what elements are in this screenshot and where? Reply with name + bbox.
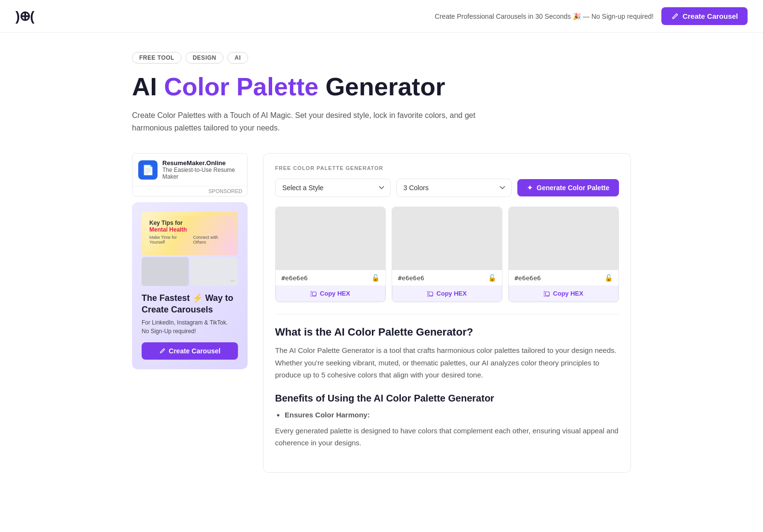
color-swatches: #e6e6e6 🔓 Copy HEX — [275, 207, 619, 302]
tag-free-tool: FREE TOOL — [132, 52, 182, 64]
promo-card: Key Tips forMental Health Make Time for … — [132, 202, 248, 369]
tool-panel: FREE COLOR PALETTE GENERATOR Select a St… — [263, 153, 631, 473]
tool-controls: Select a Style Vibrant Muted Pastel Dark… — [275, 179, 619, 197]
generate-palette-button[interactable]: ✦ Generate Color Palette — [517, 179, 619, 196]
ad-sponsored: SPONSORED — [132, 186, 247, 196]
ad-card: 📄 ResumeMaker.Online The Easiest-to-Use … — [132, 153, 248, 196]
hero-title: AI Color Palette Generator — [132, 73, 631, 101]
promo-images: Key Tips forMental Health Make Time for … — [142, 212, 238, 286]
header-tagline: Create Professional Carousels in 30 Seco… — [435, 13, 654, 20]
copy-hex-1-label: Copy HEX — [320, 290, 350, 297]
ad-text-title: ResumeMaker.Online — [162, 159, 241, 167]
copy-hex-3-label: Copy HEX — [553, 290, 583, 297]
edit-icon — [671, 13, 679, 20]
content-grid: 📄 ResumeMaker.Online The Easiest-to-Use … — [132, 153, 631, 473]
swatch-1-hex: #e6e6e6 — [281, 274, 308, 282]
hero-title-end: Generator — [318, 73, 445, 101]
header-right: Create Professional Carousels in 30 Seco… — [435, 7, 748, 25]
promo-bottom-right: ··· — [191, 257, 238, 286]
hero-subtitle: Create Color Palettes with a Touch of AI… — [132, 109, 517, 134]
benefits-list: Ensures Color Harmony: — [275, 411, 619, 419]
what-title: What is the AI Color Palette Generator? — [275, 326, 619, 338]
copy-icon-2 — [427, 290, 434, 297]
promo-edit-icon — [159, 348, 166, 354]
benefit-item-1: Ensures Color Harmony: — [285, 411, 619, 419]
tool-label: FREE COLOR PALETTE GENERATOR — [275, 165, 619, 171]
promo-title: The Fastest ⚡ Way toCreate Carousels — [142, 293, 238, 315]
swatch-1-footer: #e6e6e6 🔓 — [276, 270, 385, 285]
header: )⊕( Create Professional Carousels in 30 … — [0, 0, 763, 33]
tags-row: FREE TOOL DESIGN AI — [132, 52, 631, 64]
swatch-1-lock-icon[interactable]: 🔓 — [371, 274, 380, 282]
colors-select[interactable]: 2 Colors 3 Colors 4 Colors 5 Colors — [396, 179, 512, 197]
swatch-3-lock-icon[interactable]: 🔓 — [605, 274, 613, 282]
copy-hex-2-label: Copy HEX — [436, 290, 467, 297]
info-section: What is the AI Color Palette Generator? … — [275, 326, 619, 449]
swatch-2-hex: #e6e6e6 — [398, 274, 424, 282]
swatch-1: #e6e6e6 🔓 Copy HEX — [275, 207, 386, 302]
logo: )⊕( — [15, 8, 34, 24]
sparkle-icon: ✦ — [527, 184, 533, 192]
generate-label: Generate Color Palette — [537, 184, 609, 192]
hero-title-purple: Color Palette — [164, 73, 318, 101]
benefit-label-1: Ensures Color Harmony: — [285, 411, 370, 419]
ad-card-top: 📄 ResumeMaker.Online The Easiest-to-Use … — [132, 154, 247, 186]
swatch-3-hex: #e6e6e6 — [514, 274, 541, 282]
swatch-2: #e6e6e6 🔓 Copy HEX — [392, 207, 502, 302]
hero-title-plain: AI — [132, 73, 164, 101]
swatch-2-footer: #e6e6e6 🔓 — [392, 270, 502, 285]
svg-rect-0 — [312, 292, 316, 296]
tag-ai: AI — [227, 52, 248, 64]
benefits-extra: Every generated palette is designed to h… — [275, 425, 619, 449]
style-select[interactable]: Select a Style Vibrant Muted Pastel Dark — [275, 179, 391, 197]
swatch-3: #e6e6e6 🔓 Copy HEX — [508, 207, 619, 302]
tag-design: DESIGN — [185, 52, 224, 64]
swatch-2-color — [392, 207, 502, 270]
copy-hex-2-button[interactable]: Copy HEX — [392, 285, 502, 302]
swatch-3-footer: #e6e6e6 🔓 — [509, 270, 618, 285]
ad-icon: 📄 — [138, 160, 158, 180]
promo-subtitle: For LinkedIn, Instagram & TikTok.No Sign… — [142, 318, 238, 336]
promo-cta-label: Create Carousel — [169, 347, 220, 355]
main: FREE TOOL DESIGN AI AI Color Palette Gen… — [117, 33, 646, 502]
right-panel: FREE COLOR PALETTE GENERATOR Select a St… — [263, 153, 631, 473]
copy-icon-3 — [544, 290, 550, 297]
promo-top-image: Key Tips forMental Health Make Time for … — [142, 212, 238, 255]
svg-rect-2 — [545, 292, 549, 296]
svg-rect-1 — [429, 292, 433, 296]
divider — [275, 314, 619, 314]
copy-icon-1 — [311, 290, 317, 297]
promo-create-carousel-button[interactable]: Create Carousel — [142, 342, 238, 360]
copy-hex-1-button[interactable]: Copy HEX — [276, 285, 385, 302]
promo-bottom-grid: ··· — [142, 257, 238, 286]
header-cta-label: Create Carousel — [683, 12, 738, 20]
swatch-3-color — [509, 207, 618, 270]
what-body: The AI Color Palette Generator is a tool… — [275, 344, 619, 381]
header-create-carousel-button[interactable]: Create Carousel — [661, 7, 748, 25]
benefits-title: Benefits of Using the AI Color Palette G… — [275, 393, 619, 404]
swatch-2-lock-icon[interactable]: 🔓 — [488, 274, 496, 282]
copy-hex-3-button[interactable]: Copy HEX — [509, 285, 618, 302]
ad-text-sub: The Easiest-to-Use Resume Maker — [162, 167, 241, 180]
left-sidebar: 📄 ResumeMaker.Online The Easiest-to-Use … — [132, 153, 248, 369]
swatch-1-color — [276, 207, 385, 270]
promo-bottom-left — [142, 257, 189, 286]
